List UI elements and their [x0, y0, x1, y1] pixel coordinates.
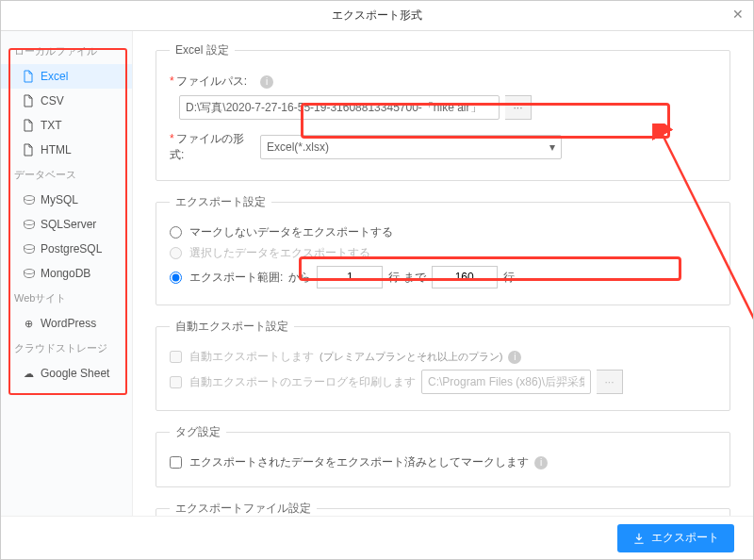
fileformat-label: *ファイルの形式:: [170, 131, 254, 163]
page-icon: [22, 70, 35, 83]
radio-selected: [170, 247, 182, 259]
db-icon: [22, 242, 35, 255]
sidebar-item-label: Google Sheet: [41, 367, 109, 380]
sidebar-item-google sheet[interactable]: ☁Google Sheet: [1, 361, 132, 386]
filepath-input[interactable]: [179, 95, 500, 120]
sidebar-item-mongodb[interactable]: MongoDB: [1, 261, 132, 286]
auto-legend: 自動エクスポート設定: [170, 319, 294, 335]
exportfile-settings: エクスポートファイル設定 ファイルをエクスポートするときに、ファイル名が同じ場合…: [156, 501, 730, 516]
errorlog-path-input: [421, 370, 591, 394]
auto-export-settings: 自動エクスポート設定 自動エクスポートします (プレミアムプランとそれ以上のプラ…: [156, 319, 730, 411]
sidebar-item-sqlserver[interactable]: SQLServer: [1, 212, 132, 237]
excel-settings: Excel 設定 *ファイルパス: i ··· *ファイルの形式: Excel(…: [156, 42, 730, 181]
page-icon: [22, 119, 35, 132]
page-icon: [22, 143, 35, 156]
sidebar-group-title: Webサイト: [1, 286, 132, 311]
range-to-input[interactable]: [432, 266, 498, 288]
modal-title: エクスポート形式: [332, 8, 422, 24]
errorlog-browse-button: ···: [597, 370, 623, 394]
info-icon[interactable]: i: [508, 351, 521, 364]
sidebar: ローカルファイルExcelCSVTXTHTMLデータベースMySQLSQLSer…: [1, 31, 133, 516]
browse-button[interactable]: ···: [505, 95, 532, 120]
sidebar-item-html[interactable]: HTML: [1, 138, 132, 162]
sidebar-item-csv[interactable]: CSV: [1, 89, 132, 113]
tag-legend: タグ設定: [170, 424, 226, 440]
main-panel: Excel 設定 *ファイルパス: i ··· *ファイルの形式: Excel(…: [133, 31, 753, 516]
sidebar-item-label: SQLServer: [41, 218, 96, 231]
sidebar-group-title: データベース: [1, 162, 132, 188]
sidebar-item-label: PostgreSQL: [41, 242, 102, 255]
chevron-down-icon: ▾: [549, 140, 555, 154]
sidebar-item-label: MySQL: [41, 193, 78, 206]
file-legend: エクスポートファイル設定: [170, 501, 317, 516]
tag-settings: タグ設定 エクスポートされたデータをエクスポート済みとしてマークします i: [156, 424, 730, 487]
sidebar-item-txt[interactable]: TXT: [1, 113, 132, 138]
close-icon[interactable]: ✕: [732, 7, 744, 22]
radio-unmarked[interactable]: [170, 226, 182, 239]
sidebar-group-title: ローカルファイル: [1, 39, 132, 64]
check-auto-export: [170, 351, 182, 363]
export-button[interactable]: エクスポート: [617, 524, 734, 552]
footer: エクスポート: [1, 516, 753, 559]
check-mark-exported[interactable]: [170, 456, 182, 469]
fileformat-select[interactable]: Excel(*.xlsx) ▾: [260, 135, 562, 159]
info-icon[interactable]: i: [260, 75, 273, 89]
radio-range[interactable]: [170, 272, 182, 284]
sidebar-item-label: TXT: [41, 119, 62, 132]
info-icon[interactable]: i: [534, 456, 548, 469]
sidebar-item-postgresql[interactable]: PostgreSQL: [1, 237, 132, 261]
excel-legend: Excel 設定: [170, 42, 235, 58]
sidebar-group-title: クラウドストレージ: [1, 336, 132, 361]
check-auto-errorlog: [170, 376, 182, 388]
filepath-label: *ファイルパス:: [170, 74, 254, 90]
sidebar-item-label: MongoDB: [41, 267, 90, 280]
wp-icon: ⊕: [22, 317, 35, 330]
db-icon: [22, 267, 35, 280]
db-icon: [22, 193, 35, 206]
sidebar-item-mysql[interactable]: MySQL: [1, 188, 132, 212]
sidebar-item-wordpress[interactable]: ⊕WordPress: [1, 311, 132, 336]
range-from-input[interactable]: [317, 266, 383, 288]
sidebar-item-label: WordPress: [41, 317, 96, 330]
page-icon: [22, 94, 35, 107]
db-icon: [22, 218, 35, 231]
cloud-icon: ☁: [22, 367, 35, 380]
export-legend: エクスポート設定: [170, 194, 271, 210]
sidebar-item-label: CSV: [41, 94, 64, 107]
sidebar-item-excel[interactable]: Excel: [1, 64, 132, 89]
sidebar-item-label: HTML: [41, 143, 72, 156]
export-icon: [632, 532, 646, 545]
sidebar-item-label: Excel: [41, 70, 68, 83]
export-settings: エクスポート設定 マークしないデータをエクスポートする 選択したデータをエクスポ…: [156, 194, 730, 305]
titlebar: エクスポート形式 ✕: [1, 1, 753, 31]
